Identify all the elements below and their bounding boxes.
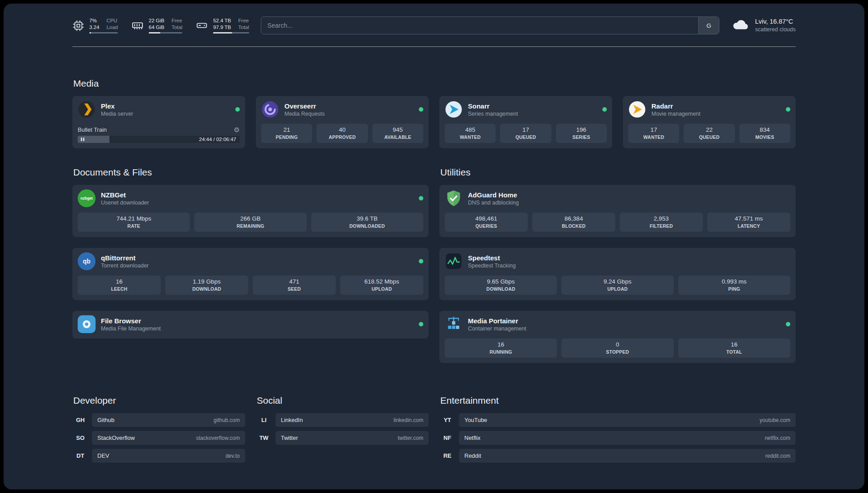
service-description: DNS and adblocking	[468, 200, 790, 206]
memory-icon	[131, 19, 144, 32]
weather-condition: scattered clouds	[755, 26, 796, 33]
service-description: Container management	[468, 326, 780, 332]
bookmark-netflix: NF Netflix netflix.com	[439, 431, 796, 445]
speedtest-icon	[445, 252, 463, 270]
bookmark-abbr: GH	[72, 417, 88, 423]
cpu-widget: 7% 3.24 CPU Load	[72, 17, 118, 34]
stats-row: 16 RUNNING 0 STOPPED 16 TOTAL	[445, 338, 790, 358]
service-card-overseerr[interactable]: Overseerr Media Requests 21 PENDING 40 A…	[256, 96, 429, 148]
cpu-load-value: 3.24	[89, 24, 99, 31]
memory-widget: 22 GiB 64 GiB Free Total	[131, 17, 182, 34]
bookmark-link[interactable]: StackOverflow stackoverflow.com	[92, 431, 245, 445]
memory-free-label: Free	[171, 17, 182, 24]
bookmark-link[interactable]: Reddit reddit.com	[459, 449, 796, 463]
bookmark-abbr: NF	[439, 435, 455, 441]
stat-filtered: 2,953 FILTERED	[620, 213, 703, 232]
bookmark-link[interactable]: Netflix netflix.com	[459, 431, 796, 445]
sonarr-icon	[445, 100, 463, 118]
stat-ping: 0.993 ms PING	[678, 276, 790, 295]
stat-upload: 9.24 Gbps UPLOAD	[561, 276, 673, 295]
memory-total-label: Total	[171, 24, 182, 31]
cpu-widget-body: 7% 3.24 CPU Load	[89, 17, 118, 34]
cpu-usage-value: 7%	[89, 17, 99, 24]
service-name: NZBGet	[101, 191, 413, 199]
stat-pending: 21 PENDING	[261, 124, 312, 143]
status-dot	[419, 196, 423, 201]
stat-queries: 498,461 QUERIES	[445, 213, 528, 232]
dashboard-panel: 7% 3.24 CPU Load	[4, 4, 864, 489]
bookmark-group-social: Social LI LinkedIn linkedin.com TW Twitt…	[256, 395, 429, 445]
stats-row: 485 WANTED 17 QUEUED 196 SERIES	[445, 124, 607, 143]
service-card-adguard[interactable]: AdGuard Home DNS and adblocking 498,461 …	[439, 185, 796, 237]
search-input[interactable]	[261, 17, 698, 34]
plex-icon	[78, 100, 96, 118]
status-dot	[419, 322, 423, 326]
now-playing: Bullet Train ⚙ 24:44 / 02:06:47	[78, 122, 240, 143]
cpu-label: CPU	[106, 17, 118, 24]
bookmark-abbr: TW	[256, 435, 272, 441]
status-dot	[419, 259, 423, 263]
search-provider-button[interactable]: G	[698, 17, 719, 34]
disk-total-label: Total	[238, 24, 249, 31]
service-card-sonarr[interactable]: Sonarr Series management 485 WANTED 17 Q…	[439, 96, 612, 148]
disk-free-label: Free	[238, 17, 249, 24]
bookmark-group-title: Entertainment	[440, 395, 796, 406]
bookmark-link[interactable]: Github github.com	[92, 413, 245, 427]
service-card-speedtest[interactable]: Speedtest Speedtest Tracking 9.65 Gbps D…	[439, 248, 796, 300]
stats-row: 744.21 Mbps RATE 266 GB REMAINING 39.6 T…	[78, 213, 423, 232]
stat-queued: 17 QUEUED	[500, 124, 551, 143]
status-dot	[235, 107, 240, 112]
stat-series: 196 SERIES	[556, 124, 607, 143]
stats-row: 17 WANTED 22 QUEUED 834 MOVIES	[628, 124, 790, 143]
media-cards-row: Plex Media server Bullet Train ⚙	[72, 96, 796, 148]
service-name: Plex	[101, 102, 230, 110]
cpu-load-label: Load	[106, 24, 118, 31]
stat-rate: 744.21 Mbps RATE	[78, 213, 190, 232]
bookmark-link[interactable]: Twitter twitter.com	[275, 431, 429, 445]
qbittorrent-icon: qb	[78, 252, 96, 270]
service-name: Sonarr	[468, 102, 597, 110]
service-card-plex[interactable]: Plex Media server Bullet Train ⚙	[72, 96, 245, 148]
stat-download: 1.19 Gbps DOWNLOAD	[165, 276, 248, 295]
portainer-icon	[445, 315, 463, 333]
stat-wanted: 17 WANTED	[628, 124, 679, 143]
search-area: G	[261, 17, 719, 34]
service-description: Movie management	[651, 111, 780, 117]
stat-wanted: 485 WANTED	[445, 124, 496, 143]
service-card-nzbget[interactable]: nzbget NZBGet Usenet downloader 744.21 M…	[72, 185, 429, 237]
service-card-qbittorrent[interactable]: qb qBittorrent Torrent downloader 16 LEE…	[72, 248, 429, 300]
stat-leech: 16 LEECH	[78, 276, 161, 295]
disk-total-value: 97.9 TB	[213, 24, 231, 31]
service-description: Media server	[101, 111, 230, 117]
stat-blocked: 86,384 BLOCKED	[532, 213, 615, 232]
stat-stopped: 0 STOPPED	[561, 338, 673, 358]
bookmark-link[interactable]: YouTube youtube.com	[459, 413, 796, 427]
disk-widget: 52.4 TB 97.9 TB Free Total	[196, 17, 249, 34]
stats-row: 21 PENDING 40 APPROVED 945 AVAILABLE	[261, 124, 423, 143]
service-description: Media Requests	[284, 111, 413, 117]
bookmark-youtube: YT YouTube youtube.com	[439, 413, 796, 427]
service-name: AdGuard Home	[468, 191, 790, 199]
adguard-icon	[445, 189, 463, 207]
search-box: G	[261, 17, 719, 34]
pause-icon[interactable]	[81, 138, 84, 141]
bookmark-link[interactable]: DEV dev.to	[92, 449, 245, 463]
weather-location: Lviv, 16.87°C	[755, 17, 796, 26]
status-dot	[786, 322, 790, 326]
section-title-documents: Documents & Files	[73, 167, 429, 178]
service-card-radarr[interactable]: Radarr Movie management 17 WANTED 22 QUE…	[623, 96, 796, 148]
topbar: 7% 3.24 CPU Load	[72, 15, 796, 36]
stat-seed: 471 SEED	[253, 276, 336, 295]
stats-row: 16 LEECH 1.19 Gbps DOWNLOAD 471 SEED	[78, 276, 423, 295]
bookmark-abbr: SO	[72, 435, 88, 441]
status-dot	[419, 107, 423, 112]
radarr-icon	[628, 100, 646, 118]
bookmark-group-title: Developer	[73, 395, 245, 406]
gear-icon[interactable]: ⚙	[234, 126, 240, 133]
service-description: Series management	[468, 111, 597, 117]
bookmark-link[interactable]: LinkedIn linkedin.com	[275, 413, 429, 427]
service-card-filebrowser[interactable]: File Browser Media File Management	[72, 311, 429, 338]
service-card-portainer[interactable]: Media Portainer Container management 16 …	[439, 311, 796, 363]
stat-upload: 618.52 Mbps UPLOAD	[340, 276, 423, 295]
service-name: Overseerr	[284, 102, 413, 110]
